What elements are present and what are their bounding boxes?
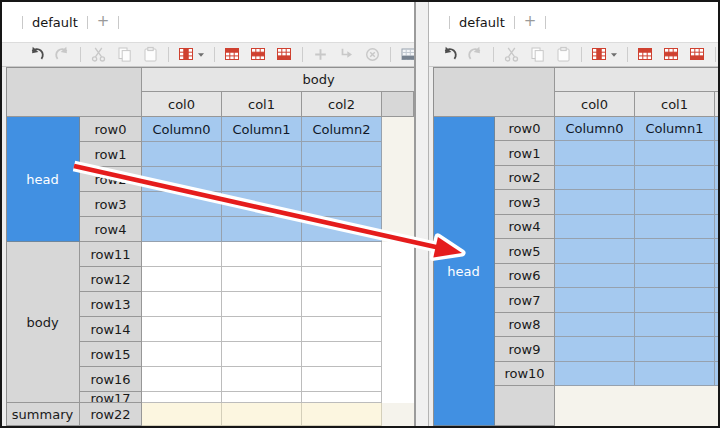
cell[interactable] xyxy=(715,362,718,386)
row-header-row13[interactable]: row13 xyxy=(80,292,142,317)
row-header-empty[interactable] xyxy=(495,386,555,426)
cell[interactable]: Column0 xyxy=(555,117,635,141)
cell[interactable] xyxy=(635,337,715,362)
dropdown-arrow-icon[interactable] xyxy=(610,46,618,63)
cell[interactable] xyxy=(715,166,718,190)
column-header-clipped[interactable] xyxy=(715,92,718,117)
row-header-row4[interactable]: row4 xyxy=(80,217,142,242)
cell[interactable]: Column1 xyxy=(222,117,302,142)
row-header-row3[interactable]: row3 xyxy=(80,192,142,217)
row-header-row1[interactable]: row1 xyxy=(495,141,555,166)
row-header-row6[interactable]: row6 xyxy=(495,264,555,288)
cell[interactable] xyxy=(555,239,635,264)
cell[interactable] xyxy=(142,392,222,403)
cell[interactable] xyxy=(142,142,222,167)
cut-icon[interactable] xyxy=(503,46,520,63)
copy-icon[interactable] xyxy=(529,46,546,63)
paste-icon[interactable] xyxy=(555,46,572,63)
row-header-row1[interactable]: row1 xyxy=(80,142,142,167)
paste-icon[interactable] xyxy=(142,46,159,63)
cell[interactable] xyxy=(302,242,382,267)
cell[interactable] xyxy=(302,142,382,167)
insert-row-above-icon[interactable] xyxy=(637,46,654,63)
cell[interactable] xyxy=(635,141,715,166)
row-header-row16[interactable]: row16 xyxy=(80,367,142,392)
cell[interactable] xyxy=(142,167,222,192)
redo-icon[interactable] xyxy=(467,46,484,63)
row-header-row10[interactable]: row10 xyxy=(495,362,555,386)
column-header-col0[interactable]: col0 xyxy=(555,92,635,117)
row-header-row4[interactable]: row4 xyxy=(495,215,555,239)
cell[interactable] xyxy=(222,392,302,403)
row-header-row11[interactable]: row11 xyxy=(80,242,142,267)
insert-row-above-icon[interactable] xyxy=(224,46,241,63)
cell[interactable] xyxy=(555,337,635,362)
row-group-body[interactable]: body xyxy=(6,242,80,403)
cell[interactable] xyxy=(222,242,302,267)
cell[interactable] xyxy=(635,166,715,190)
cell[interactable] xyxy=(555,166,635,190)
cell[interactable] xyxy=(222,342,302,367)
cell[interactable] xyxy=(142,267,222,292)
cell[interactable] xyxy=(302,392,382,403)
cell[interactable] xyxy=(222,317,302,342)
copy-icon[interactable] xyxy=(116,46,133,63)
cell[interactable] xyxy=(635,362,715,386)
cell[interactable] xyxy=(635,313,715,337)
cell[interactable] xyxy=(555,215,635,239)
row-group-head[interactable]: head xyxy=(6,117,80,242)
table-menu-icon[interactable] xyxy=(178,46,195,63)
row-header-row8[interactable]: row8 xyxy=(495,313,555,337)
add-tab-button[interactable]: + xyxy=(97,12,110,30)
cell[interactable] xyxy=(222,403,302,426)
cell[interactable] xyxy=(715,215,718,239)
insert-row-below-icon[interactable] xyxy=(276,46,293,63)
insert-row-inner-icon[interactable] xyxy=(663,46,680,63)
column-group-header[interactable] xyxy=(555,67,718,92)
row-header-row22[interactable]: row22 xyxy=(80,403,142,426)
cell[interactable] xyxy=(142,317,222,342)
undo-icon[interactable] xyxy=(28,46,45,63)
insert-row-inner-icon[interactable] xyxy=(250,46,267,63)
insert-row-below-icon[interactable] xyxy=(689,46,706,63)
remove-icon[interactable] xyxy=(364,46,381,63)
table-corner[interactable] xyxy=(433,67,555,117)
cell[interactable] xyxy=(222,142,302,167)
cell[interactable] xyxy=(142,217,222,242)
row-header-row14[interactable]: row14 xyxy=(80,317,142,342)
cell[interactable] xyxy=(302,267,382,292)
cell[interactable] xyxy=(222,167,302,192)
tab-default[interactable]: default xyxy=(32,15,78,30)
cell[interactable] xyxy=(715,239,718,264)
redo-icon[interactable] xyxy=(54,46,71,63)
tab-default[interactable]: default xyxy=(459,15,505,30)
cell[interactable] xyxy=(555,190,635,215)
cell[interactable] xyxy=(635,239,715,264)
row-group-head[interactable]: head xyxy=(433,117,495,426)
cut-icon[interactable] xyxy=(90,46,107,63)
row-header-row12[interactable]: row12 xyxy=(80,267,142,292)
row-header-row3[interactable]: row3 xyxy=(495,190,555,215)
row-header-row17[interactable]: row17 xyxy=(80,392,142,403)
cell[interactable] xyxy=(635,215,715,239)
cell[interactable] xyxy=(142,242,222,267)
column-header-extra[interactable] xyxy=(382,92,414,117)
cell[interactable] xyxy=(142,403,222,426)
row-header-row2[interactable]: row2 xyxy=(495,166,555,190)
cell[interactable] xyxy=(555,288,635,313)
add-icon[interactable] xyxy=(312,46,329,63)
table-menu-icon[interactable] xyxy=(591,46,608,63)
column-header-col0[interactable]: col0 xyxy=(142,92,222,117)
cell[interactable] xyxy=(142,292,222,317)
cell[interactable] xyxy=(142,367,222,392)
cell[interactable] xyxy=(142,192,222,217)
cell[interactable] xyxy=(222,217,302,242)
cell[interactable] xyxy=(635,190,715,215)
row-header-row0[interactable]: row0 xyxy=(495,117,555,141)
table-corner[interactable] xyxy=(6,67,142,117)
row-header-row7[interactable]: row7 xyxy=(495,288,555,313)
row-header-row0[interactable]: row0 xyxy=(80,117,142,142)
cell[interactable] xyxy=(302,192,382,217)
move-to-icon[interactable] xyxy=(338,46,355,63)
cell[interactable] xyxy=(715,337,718,362)
